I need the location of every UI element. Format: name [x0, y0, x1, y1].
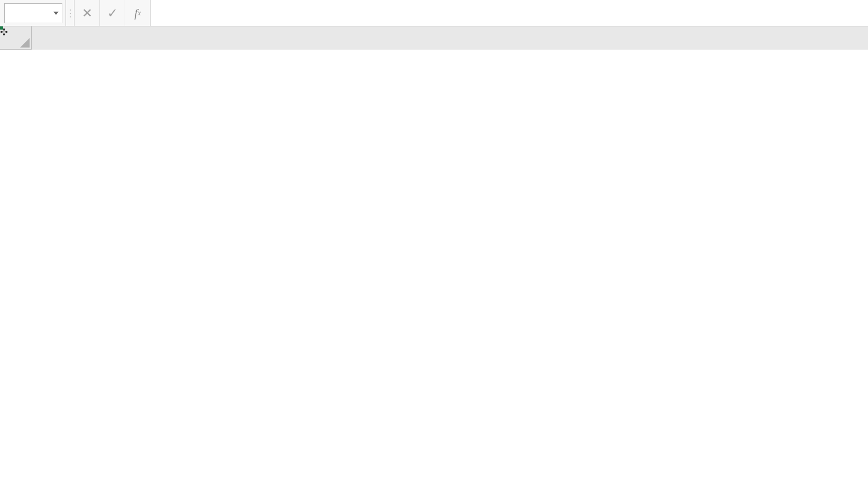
formula-bar-separator: ⋮: [66, 0, 74, 26]
accept-formula-button[interactable]: ✓: [100, 0, 125, 26]
spreadsheet-grid[interactable]: ✢: [0, 26, 868, 488]
name-box[interactable]: [4, 3, 62, 23]
chevron-down-icon[interactable]: [53, 12, 59, 15]
column-headers: [0, 26, 868, 50]
name-box-wrap: [0, 0, 66, 26]
grid-rows: [0, 50, 868, 488]
formula-input[interactable]: [151, 0, 868, 26]
select-all-corner[interactable]: [0, 26, 32, 50]
cancel-formula-button[interactable]: ✕: [74, 0, 100, 26]
insert-function-button[interactable]: fx: [125, 0, 151, 26]
formula-bar: ⋮ ✕ ✓ fx: [0, 0, 868, 26]
